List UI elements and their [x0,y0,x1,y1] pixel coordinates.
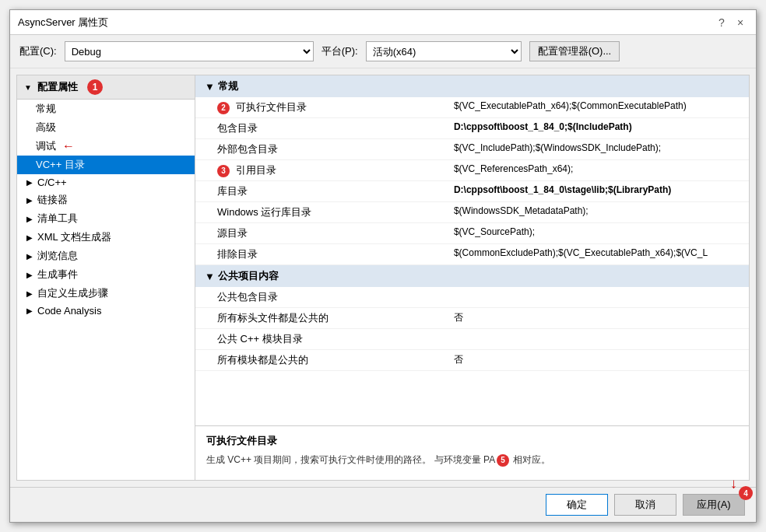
sidebar-item-vcdirs[interactable]: VC++ 目录 [17,156,195,174]
linker-expand-icon: ▶ [25,196,34,205]
bottom-info-desc-text: 生成 VC++ 项目期间，搜索可执行文件时使用的路径。 与环境变量 PA [206,454,495,465]
prop-value-source[interactable]: $(VC_SourcePath); [444,223,749,244]
prop-value-include[interactable]: D:\cppsoft\boost_1_84_0;$(IncludePath) [444,118,749,139]
table-row: 库目录 D:\cppsoft\boost_1_84_0\stage\lib;$(… [195,181,749,202]
sidebar-label-advanced: 高级 [36,121,56,135]
sidebar-item-code-analysis[interactable]: ▶ Code Analysis [17,303,195,319]
sidebar-item-cpp[interactable]: ▶ C/C++ [17,174,195,191]
sidebar-item-advanced[interactable]: 高级 [17,118,195,137]
sidebar-label-build-events: 生成事件 [37,268,78,282]
code-analysis-expand-icon: ▶ [25,306,34,315]
prop-value-ref[interactable]: $(VC_ReferencesPath_x64); [444,160,749,181]
sidebar-item-debug[interactable]: 调试 ← [17,137,195,156]
bottom-info-desc: 生成 VC++ 项目期间，搜索可执行文件时使用的路径。 与环境变量 PA5 相对… [206,453,738,467]
browse-expand-icon: ▶ [25,252,34,261]
sidebar-label-browse: 浏览信息 [37,249,78,263]
prop-value-all-modules-public[interactable]: 否 [444,350,749,371]
sidebar-item-custom-build[interactable]: ▶ 自定义生成步骤 [17,284,195,303]
apply-button-wrapper: 4 ↑ 应用(A) [683,494,745,516]
prop-name-ref: 3 引用目录 [195,160,444,181]
prop-value-executable[interactable]: $(VC_ExecutablePath_x64);$(CommonExecuta… [444,97,749,118]
section-general-title: 常规 [218,79,238,93]
table-row: 外部包含目录 $(VC_IncludePath);$(WindowsSDK_In… [195,139,749,160]
platform-select[interactable]: 活动(x64) [366,41,522,61]
sidebar-item-general[interactable]: 常规 [17,100,195,118]
sidebar-label-debug: 调试 [36,139,56,153]
config-select[interactable]: Debug [65,41,314,61]
xml-expand-icon: ▶ [25,233,34,242]
dialog-title: AsyncServer 属性页 [18,16,108,30]
sidebar-label-xml: XML 文档生成器 [37,230,111,244]
bottom-info-title: 可执行文件目录 [206,434,738,448]
table-row: 排除目录 $(CommonExcludePath);$(VC_Executabl… [195,244,749,265]
table-row: 所有标头文件都是公共的 否 [195,308,749,329]
table-row: 公共包含目录 [195,287,749,308]
toolbar-row: 配置(C): Debug 平台(P): 活动(x64) 配置管理器(O)... [10,35,756,68]
sidebar-label-code-analysis: Code Analysis [37,305,101,317]
prop-name-public-include: 公共包含目录 [195,287,444,308]
left-panel-title: 配置属性 [37,80,78,94]
section-public-title: 公共项目内容 [218,269,279,283]
config-expand-icon: ▼ [23,83,33,92]
sidebar-label-cpp: C/C++ [37,177,67,188]
apply-button[interactable]: 应用(A) [683,494,745,516]
prop-value-public-include[interactable] [444,287,749,308]
section-public: ▼ 公共项目内容 [195,265,749,288]
manifest-expand-icon: ▶ [25,215,34,223]
sidebar-item-linker[interactable]: ▶ 链接器 [17,191,195,209]
arrow-icon-debug: ← [62,139,75,153]
prop-name-exclude: 排除目录 [195,244,444,265]
title-bar-buttons: ? × [714,15,748,30]
prop-name-lib: 库目录 [195,181,444,202]
prop-name-all-modules-public: 所有模块都是公共的 [195,350,444,371]
prop-name-executable: 2 可执行文件目录 [195,97,444,118]
properties-table: ▼ 常规 2 可执行文件目录 $(VC_ExecutablePath_x64);… [195,75,749,371]
left-panel: ▼ 配置属性 1 常规 高级 调试 ← VC++ 目录 ▶ C/C++ [16,75,195,481]
table-row: Windows 运行库目录 $(WindowsSDK_MetadataPath)… [195,202,749,223]
table-row: 3 引用目录 $(VC_ReferencesPath_x64); [195,160,749,181]
section-public-expand-icon: ▼ [205,271,215,282]
sidebar-item-xml[interactable]: ▶ XML 文档生成器 [17,228,195,247]
table-row: 2 可执行文件目录 $(VC_ExecutablePath_x64);$(Com… [195,97,749,118]
table-row: 包含目录 D:\cppsoft\boost_1_84_0;$(IncludePa… [195,118,749,139]
right-panel: ▼ 常规 2 可执行文件目录 $(VC_ExecutablePath_x64);… [195,75,750,481]
section-public-expand[interactable]: ▼ 公共项目内容 [205,269,740,283]
prop-value-winrt[interactable]: $(WindowsSDK_MetadataPath); [444,202,749,223]
section-general-expand[interactable]: ▼ 常规 [205,79,740,93]
left-panel-header: ▼ 配置属性 1 [17,75,195,100]
bottom-info: 可执行文件目录 生成 VC++ 项目期间，搜索可执行文件时使用的路径。 与环境变… [195,425,749,480]
platform-label: 平台(P): [322,44,358,58]
prop-value-lib[interactable]: D:\cppsoft\boost_1_84_0\stage\lib;$(Libr… [444,181,749,202]
prop-name-all-headers-public: 所有标头文件都是公共的 [195,308,444,329]
sidebar-label-general: 常规 [36,102,56,116]
prop-value-external-include[interactable]: $(VC_IncludePath);$(WindowsSDK_IncludePa… [444,139,749,160]
prop-value-all-headers-public[interactable]: 否 [444,308,749,329]
custom-build-expand-icon: ▶ [25,289,34,298]
badge-3: 3 [217,165,230,177]
sidebar-item-browse[interactable]: ▶ 浏览信息 [17,247,195,265]
cancel-button[interactable]: 取消 [614,494,676,516]
sidebar-item-manifest[interactable]: ▶ 清单工具 [17,209,195,228]
badge-5: 5 [497,454,509,467]
ok-button[interactable]: 确定 [546,494,608,516]
build-events-expand-icon: ▶ [25,271,34,279]
table-row: 源目录 $(VC_SourcePath); [195,223,749,244]
prop-name-source: 源目录 [195,223,444,244]
manage-config-button[interactable]: 配置管理器(O)... [529,41,620,61]
prop-value-public-cpp-modules[interactable] [444,329,749,350]
prop-name-public-cpp-modules: 公共 C++ 模块目录 [195,329,444,350]
sidebar-label-linker: 链接器 [37,193,68,207]
sidebar-item-build-events[interactable]: ▶ 生成事件 [17,265,195,284]
config-label: 配置(C): [19,44,57,58]
dialog: AsyncServer 属性页 ? × 配置(C): Debug 平台(P): … [9,9,757,523]
table-row: 公共 C++ 模块目录 [195,329,749,350]
section-general: ▼ 常规 [195,75,749,97]
badge-2: 2 [217,102,230,114]
prop-value-exclude[interactable]: $(CommonExcludePath);$(VC_ExecutablePath… [444,244,749,265]
help-button[interactable]: ? [714,15,729,30]
close-button[interactable]: × [733,15,748,30]
cpp-expand-icon: ▶ [25,178,34,187]
badge-1: 1 [87,79,103,95]
prop-name-include: 包含目录 [195,118,444,139]
table-row: 所有模块都是公共的 否 [195,350,749,371]
